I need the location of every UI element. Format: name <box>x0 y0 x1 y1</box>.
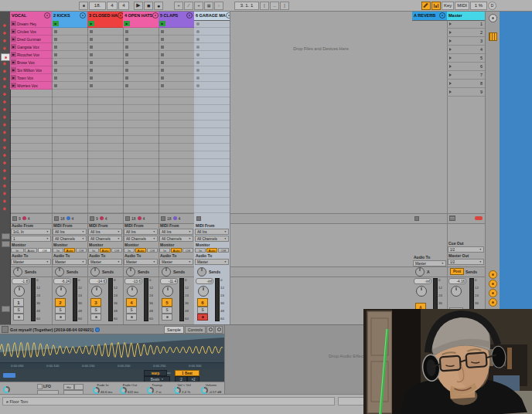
scene-row[interactable]: 3 <box>447 37 485 46</box>
scene-play-icon[interactable] <box>449 56 452 59</box>
clip-slot[interactable]: Worries Vox <box>10 82 52 90</box>
clip-slot[interactable] <box>123 159 159 167</box>
clip-slot[interactable]: Brose Vox <box>10 59 52 66</box>
clip-slot[interactable] <box>194 144 230 151</box>
clip-play-icon[interactable] <box>11 75 16 80</box>
input-channel-dropdown[interactable]: All Channels <box>53 236 87 242</box>
clip-stop-button[interactable] <box>125 69 128 72</box>
filter-knob[interactable] <box>3 386 10 393</box>
warp-button[interactable]: warp <box>144 370 167 376</box>
mixer-section-toggle[interactable] <box>489 298 497 307</box>
clip-slot[interactable] <box>123 144 159 151</box>
clip-play-icon[interactable] <box>11 67 16 73</box>
clip-slot[interactable] <box>159 136 194 144</box>
clip-slot[interactable] <box>194 20 230 28</box>
cue-out-dropdown[interactable]: 1/2 <box>448 246 484 253</box>
returns-section-toggle[interactable] <box>489 289 497 297</box>
clip-slot[interactable] <box>52 28 87 36</box>
clip-slot[interactable] <box>10 167 52 175</box>
clip-slot[interactable] <box>10 144 52 151</box>
clip-stop-button[interactable] <box>125 76 128 80</box>
track-fold-icon[interactable] <box>439 12 445 19</box>
scene-play-icon[interactable] <box>449 31 452 34</box>
track-stop-button[interactable] <box>196 216 201 221</box>
clip-slot[interactable] <box>123 66 159 74</box>
scene-row[interactable]: 4 <box>447 46 485 54</box>
clip-slot[interactable] <box>159 205 194 213</box>
monitor-option-auto[interactable]: Auto <box>100 248 111 253</box>
send-knob[interactable] <box>415 267 425 277</box>
clip-slot[interactable] <box>87 144 123 151</box>
clip-slot[interactable] <box>194 74 230 82</box>
clip-stop-dot[interactable] <box>196 69 200 72</box>
clip-stop-button[interactable] <box>54 61 57 64</box>
clip-slot[interactable] <box>123 59 159 66</box>
time-sig-denominator[interactable]: 4 <box>118 2 129 10</box>
clip-slot[interactable] <box>52 159 87 167</box>
clip-slot[interactable] <box>10 198 52 205</box>
post-pre-toggle[interactable]: Post <box>450 268 464 275</box>
clip-slot[interactable] <box>10 205 52 213</box>
clip-stop-button[interactable] <box>54 69 57 72</box>
clip-stop-button[interactable] <box>54 38 57 41</box>
clip-slot[interactable] <box>194 90 230 97</box>
clip-stop-dot[interactable] <box>196 38 200 41</box>
clip-slot[interactable] <box>87 159 123 167</box>
arrangement-position-field[interactable]: 3. 1. 1 <box>234 2 259 10</box>
clip-slot[interactable] <box>194 82 230 90</box>
solo-button[interactable]: S <box>90 307 101 314</box>
send-knob[interactable] <box>13 267 22 277</box>
clip-slot[interactable] <box>194 51 230 59</box>
clip-stop-button[interactable] <box>125 38 128 41</box>
clip-slot[interactable] <box>159 20 194 28</box>
track-activator-button[interactable]: 3 <box>90 298 101 307</box>
clip-slot[interactable] <box>123 151 159 159</box>
audio-to-dropdown[interactable]: Master <box>413 260 446 266</box>
clip-slot[interactable] <box>87 90 123 97</box>
knob-dial[interactable] <box>201 387 208 394</box>
monitor-option-off[interactable]: Off <box>218 248 229 253</box>
clip-slot[interactable] <box>52 20 87 28</box>
clip-stop-button[interactable] <box>54 84 57 87</box>
clip-slot[interactable] <box>52 128 87 136</box>
clip-stop-button[interactable] <box>125 46 128 49</box>
clip-play-icon[interactable] <box>11 36 16 42</box>
clip-slot[interactable] <box>159 51 194 59</box>
clip-slot[interactable] <box>159 28 194 36</box>
monitor-option-off[interactable]: Off <box>76 248 87 253</box>
pan-knob[interactable] <box>127 286 138 297</box>
track-activator-button[interactable]: 6 <box>197 298 208 307</box>
automation-arm-icon[interactable] <box>184 2 193 10</box>
clip-stop-button[interactable] <box>161 30 164 33</box>
clip-slot[interactable]: Six Million Vox <box>10 66 52 74</box>
time-sig-numerator[interactable]: 4 <box>107 2 118 10</box>
clip-slot[interactable] <box>159 120 194 128</box>
punch-icon[interactable] <box>270 2 279 10</box>
clip-slot[interactable] <box>87 43 123 51</box>
clip-slot[interactable] <box>10 105 52 113</box>
clip-slot[interactable] <box>123 20 159 28</box>
input-type-dropdown[interactable]: All Ins <box>124 229 158 235</box>
monitor-option-auto[interactable]: Auto <box>135 248 146 253</box>
clip-stop-button[interactable] <box>161 61 164 64</box>
clip-slot[interactable] <box>87 59 123 66</box>
clip-slot[interactable] <box>123 175 159 182</box>
tab-sample[interactable]: Sample <box>164 326 184 334</box>
clip-slot[interactable] <box>194 128 230 136</box>
clip-slot[interactable] <box>52 66 87 74</box>
output-dropdown[interactable]: Master <box>159 259 193 265</box>
track-stop-button[interactable] <box>54 216 59 221</box>
volume-field[interactable]: -14.6 <box>89 278 107 284</box>
clip-slot[interactable] <box>194 97 230 105</box>
track-activator-button[interactable]: 2 <box>55 298 66 307</box>
track-stop-button[interactable] <box>414 216 419 221</box>
volume-field[interactable]: -1.8 <box>12 278 29 284</box>
track-stop-button[interactable] <box>161 216 165 221</box>
clip-slot[interactable] <box>159 144 194 151</box>
sample-waveform-display[interactable]: 0:00.0500:00.1000:00.1500:00.2000:00.250… <box>0 334 224 369</box>
clip-slot[interactable] <box>123 205 159 213</box>
clip-stop-button[interactable] <box>125 84 128 87</box>
arm-button[interactable] <box>90 314 101 321</box>
io-section-toggle[interactable] <box>489 270 497 279</box>
solo-button[interactable]: S <box>126 307 137 314</box>
